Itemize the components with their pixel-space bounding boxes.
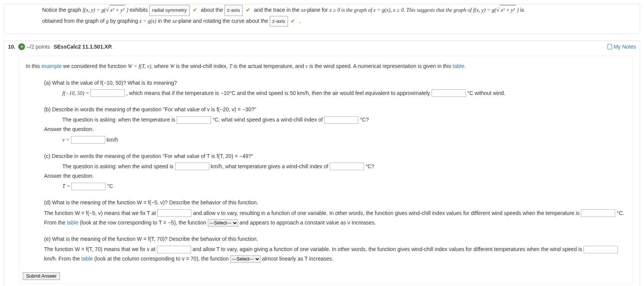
part-a: (a) What is the value of f(−10, 50)? Wha… bbox=[26, 78, 626, 98]
text: The question is asking: when the tempera… bbox=[62, 117, 177, 123]
prev-question-panel: Notice the graph f(x, y) = g(√x² + y² ) … bbox=[4, 4, 640, 34]
part-b: (b) Describe in words the meaning of the… bbox=[26, 105, 626, 145]
table-link-e[interactable]: table bbox=[81, 256, 93, 262]
text: is bbox=[520, 7, 524, 13]
math: xz bbox=[301, 7, 305, 13]
text: obtained from the graph of bbox=[42, 18, 106, 24]
math: z = g(x) bbox=[139, 18, 156, 24]
text: and appears to approach a constant value… bbox=[240, 220, 376, 226]
question-source: SEssCalc2 11.1.501.XP. bbox=[54, 44, 112, 50]
my-notes-label: My Notes bbox=[614, 44, 636, 50]
math-fxy-2: f(x, y) = g(√x² + y² ) bbox=[473, 7, 519, 13]
input-a-value[interactable] bbox=[90, 89, 125, 97]
part-e: (e) What is the meaning of the function … bbox=[26, 234, 626, 264]
text: °C without wind. bbox=[467, 90, 506, 96]
text: T = bbox=[62, 183, 71, 189]
example-link[interactable]: example bbox=[41, 63, 62, 69]
question-number: 10. bbox=[8, 44, 15, 50]
check-icon: ✔ bbox=[291, 16, 295, 26]
text: (look at the row corresponding to T = −5… bbox=[78, 220, 207, 226]
answer-z-axis-1: z-axis bbox=[225, 5, 243, 16]
check-icon: ✔ bbox=[246, 5, 250, 15]
my-notes-link[interactable]: My Notes bbox=[608, 44, 636, 50]
text: exhibits bbox=[130, 7, 149, 13]
text: Notice the graph bbox=[42, 7, 83, 13]
part-a-question: (a) What is the value of f(−10, 50)? Wha… bbox=[44, 80, 177, 86]
text: The function W = f(−5, v) means that we … bbox=[44, 210, 157, 216]
part-b-question: (b) Describe in words the meaning of the… bbox=[44, 106, 256, 112]
text: km/h, what temperature gives a wind-chil… bbox=[210, 163, 330, 169]
select-e-behavior[interactable]: ---Select--- bbox=[230, 255, 261, 263]
check-icon: ✔ bbox=[193, 5, 197, 15]
math-fxy: f(x, y) = g(√x² + y² ) bbox=[83, 7, 128, 13]
expand-icon[interactable]: + bbox=[18, 43, 25, 50]
part-e-question: (e) What is the meaning of the function … bbox=[44, 236, 258, 242]
text: almost linearly as T increases. bbox=[262, 256, 334, 262]
intro-text: In this example we considered the functi… bbox=[26, 62, 626, 71]
input-d-temp[interactable] bbox=[581, 209, 615, 217]
text: . bbox=[299, 18, 301, 24]
text: and allow v to vary, resulting in a func… bbox=[193, 210, 581, 216]
points-label: –/2 points bbox=[27, 44, 50, 50]
answer-radial-symmetry: radial symmetry bbox=[149, 5, 190, 16]
table-link-d[interactable]: table bbox=[67, 220, 78, 226]
text: -plane and rotating the curve about the bbox=[177, 18, 269, 24]
answer-label: Answer the question. bbox=[44, 125, 626, 134]
part-d: (d) What is the meaning of the function … bbox=[26, 198, 626, 228]
text: in the bbox=[157, 18, 172, 24]
text: v = bbox=[62, 137, 71, 143]
text: (look at the column corresponding to v =… bbox=[93, 256, 230, 262]
text: and allow T to vary, again giving a func… bbox=[193, 246, 584, 252]
text: The function W = f(T, 70) means that we … bbox=[44, 246, 157, 252]
part-c: (c) Describe in words the meaning of the… bbox=[26, 152, 626, 191]
text: and the trace in the bbox=[254, 7, 301, 13]
input-c-index[interactable] bbox=[330, 163, 364, 170]
submit-answer-button[interactable]: Submit Answer bbox=[23, 272, 60, 280]
answer-label: Answer the question. bbox=[44, 171, 626, 181]
text: The question is asking: when the wind sp… bbox=[62, 163, 175, 169]
input-b-temp[interactable] bbox=[177, 116, 211, 124]
input-c-t[interactable] bbox=[71, 183, 106, 190]
input-c-speed[interactable] bbox=[175, 163, 209, 170]
text: km/h. From the bbox=[44, 256, 81, 262]
text: °C? bbox=[366, 163, 375, 169]
text: by graphing bbox=[109, 18, 139, 24]
text: km/h bbox=[107, 137, 118, 143]
input-b-v[interactable] bbox=[71, 136, 105, 144]
text: f(−10, 50) = bbox=[62, 90, 90, 96]
math: xz bbox=[172, 18, 177, 24]
table-link[interactable]: table bbox=[453, 63, 464, 69]
part-d-question: (d) What is the meaning of the function … bbox=[44, 199, 258, 205]
question-header: 10. + –/2 points SEssCalc2 11.1.501.XP. … bbox=[4, 41, 640, 53]
text: about the bbox=[201, 7, 224, 13]
select-d-behavior[interactable]: ---Select--- bbox=[208, 219, 238, 227]
text: -plane for bbox=[305, 7, 329, 13]
input-e-speed[interactable] bbox=[584, 246, 618, 253]
text: °C? bbox=[360, 117, 369, 123]
input-b-index[interactable] bbox=[324, 116, 358, 124]
math: x ≥ 0 is the graph of z = g(x), x ≥ 0. T… bbox=[329, 7, 473, 13]
input-d-tfix[interactable] bbox=[157, 209, 191, 217]
prev-question-text: Notice the graph f(x, y) = g(√x² + y² ) … bbox=[4, 4, 640, 33]
input-a-equiv[interactable] bbox=[432, 89, 466, 97]
text: °C bbox=[107, 183, 113, 189]
answer-z-axis-2: z-axis bbox=[270, 16, 288, 27]
text: , which means that if the temperature is… bbox=[126, 90, 432, 96]
question-10-panel: 10. + –/2 points SEssCalc2 11.1.501.XP. … bbox=[4, 41, 640, 286]
question-body: In this example we considered the functi… bbox=[19, 56, 633, 283]
part-c-question: (c) Describe in words the meaning of the… bbox=[44, 153, 253, 159]
input-e-vfix[interactable] bbox=[157, 246, 191, 253]
notes-icon bbox=[608, 44, 612, 49]
text: °C, what wind speed gives a wind-chill i… bbox=[212, 117, 324, 123]
